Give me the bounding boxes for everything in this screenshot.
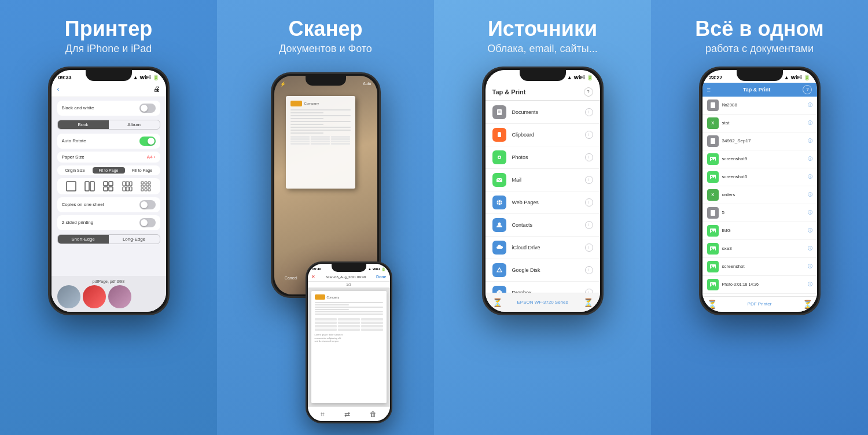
source-item-webpages[interactable]: Web Pages i [486, 191, 600, 214]
grid-4up-icon[interactable] [103, 181, 113, 191]
source-item-documents[interactable]: Documents i [486, 101, 600, 124]
thumb-3 [108, 285, 131, 308]
back-button-1[interactable]: ‹ [57, 85, 60, 93]
file-item-1[interactable]: X stat ⓘ [703, 115, 817, 132]
info-icon-clipboard[interactable]: i [585, 131, 593, 139]
info-icon-google[interactable]: i [585, 266, 593, 274]
autorotate-toggle[interactable] [139, 137, 156, 146]
copies-toggle[interactable] [139, 200, 156, 209]
grid-1up-icon[interactable] [66, 181, 76, 191]
source-icon-google [492, 263, 506, 277]
file-icon-2 [707, 135, 719, 147]
source-item-icloud[interactable]: iCloud Drive i [486, 237, 600, 259]
printer-name-4: PDF Printer [720, 301, 799, 307]
float-company: Company [327, 296, 339, 299]
file-item-2[interactable]: 34982_Sep17 ⓘ [703, 132, 817, 150]
cancel-label[interactable]: Cancel [285, 276, 297, 280]
file-item-10[interactable]: Photo-3:01:18 14:26 ⓘ [703, 276, 817, 294]
delete-icon[interactable]: 🗑 [370, 410, 377, 418]
info-icon-documents[interactable]: i [585, 108, 593, 116]
file-item-9[interactable]: screenshot ⓘ [703, 258, 817, 276]
file-info-10[interactable]: ⓘ [808, 281, 812, 287]
file-name-10: Photo-3:01:18 14:26 [722, 282, 804, 286]
file-info-3[interactable]: ⓘ [808, 156, 812, 162]
fl-1 [315, 302, 383, 303]
fill-to-page-btn[interactable]: Fill to Page [126, 167, 159, 174]
file-info-2[interactable]: ⓘ [808, 138, 812, 144]
source-name-documents: Documents [512, 109, 579, 115]
file-info-1[interactable]: ⓘ [808, 120, 812, 126]
filter-icon[interactable]: ⇄ [344, 410, 350, 418]
float-close-icon[interactable]: ✕ [311, 274, 315, 279]
file-info-0[interactable]: ⓘ [808, 102, 812, 108]
help-button-3[interactable]: ? [584, 87, 593, 97]
svg-rect-1 [85, 182, 89, 191]
setting-papersize[interactable]: Paper Size A4 › [57, 152, 160, 163]
info-icon-photos[interactable]: i [585, 153, 593, 161]
company-logo [290, 101, 302, 106]
file-item-6[interactable]: 5 ⓘ [703, 204, 817, 222]
ftrow-1 [315, 318, 383, 320]
doc-line-9 [290, 132, 323, 134]
source-item-google[interactable]: Google Disk i [486, 259, 600, 282]
long-edge-option[interactable]: Long-Edge [109, 235, 160, 244]
info-icon-dropbox[interactable]: i [585, 289, 593, 293]
doc-line-3 [290, 115, 351, 116]
twosided-toggle-knob [141, 219, 148, 226]
svg-rect-43 [711, 138, 715, 144]
origin-size-btn[interactable]: Origin Size [59, 167, 91, 174]
panel-3-subtitle: Облака, email, сайты... [487, 43, 598, 55]
twosided-toggle[interactable] [139, 218, 156, 227]
info-icon-contacts[interactable]: i [585, 221, 593, 229]
file-info-4[interactable]: ⓘ [808, 174, 812, 180]
file-item-3[interactable]: screenshot9 ⓘ [703, 150, 817, 168]
file-info-6[interactable]: ⓘ [808, 209, 812, 216]
source-item-mail[interactable]: Mail i [486, 169, 600, 191]
file-info-8[interactable]: ⓘ [808, 245, 812, 252]
file-item-8[interactable]: оха3 ⓘ [703, 240, 817, 258]
album-option[interactable]: Album [109, 120, 160, 129]
info-icon-webpages[interactable]: i [585, 198, 593, 207]
setting-bw: Black and white [57, 101, 160, 116]
source-icon-contacts [492, 218, 506, 232]
source-item-contacts[interactable]: Contacts i [486, 214, 600, 237]
orientation-segment[interactable]: Book Album [57, 120, 160, 130]
file-item-5[interactable]: X orders ⓘ [703, 186, 817, 204]
file-info-7[interactable]: ⓘ [808, 227, 812, 234]
help-button-4[interactable]: ? [803, 85, 812, 94]
source-icon-documents [492, 105, 506, 119]
crop-icon[interactable]: ⌗ [321, 410, 325, 418]
doc-line-1 [290, 109, 351, 110]
hamburger-menu-icon[interactable]: ≡ [707, 86, 711, 93]
file-item-4[interactable]: screenshot5 ⓘ [703, 168, 817, 186]
file-item-0[interactable]: №2988 ⓘ [703, 97, 817, 115]
bw-toggle[interactable] [139, 104, 156, 113]
file-name-2: 34982_Sep17 [722, 138, 804, 143]
file-icon-4 [707, 171, 719, 183]
short-edge-option[interactable]: Short-Edge [58, 235, 109, 244]
fl-3 [315, 307, 383, 308]
float-done-btn[interactable]: Done [376, 275, 387, 279]
edge-segment[interactable]: Short-Edge Long-Edge [57, 234, 160, 244]
grid-6up-icon[interactable] [122, 181, 133, 191]
source-name-mail: Mail [512, 177, 579, 183]
book-option[interactable]: Book [58, 120, 109, 129]
file-item-7[interactable]: IMG ⓘ [703, 222, 817, 240]
info-icon-mail[interactable]: i [585, 176, 593, 184]
file-info-9[interactable]: ⓘ [808, 263, 812, 270]
fit-to-page-btn[interactable]: Fit to Page [93, 167, 125, 174]
file-info-5[interactable]: ⓘ [808, 191, 812, 198]
flash-icon[interactable]: ⚡ [280, 82, 286, 87]
sources-app-footer: ⏳ EPSON WF-3720 Series ⏳ [486, 293, 600, 312]
source-item-photos[interactable]: Photos i [486, 146, 600, 169]
source-item-dropbox[interactable]: Dropbox i [486, 282, 600, 293]
info-icon-icloud[interactable]: i [585, 244, 593, 252]
grid-2up-icon[interactable] [84, 181, 95, 191]
float-table [315, 318, 383, 331]
queue-icon-4: ⏳ [803, 300, 812, 309]
source-icon-clipboard [492, 128, 506, 142]
source-item-clipboard[interactable]: Clipboard i [486, 124, 600, 146]
grid-9up-icon[interactable] [141, 181, 151, 191]
thumbnail-row [57, 285, 160, 308]
file-name-9: screenshot [722, 264, 804, 269]
